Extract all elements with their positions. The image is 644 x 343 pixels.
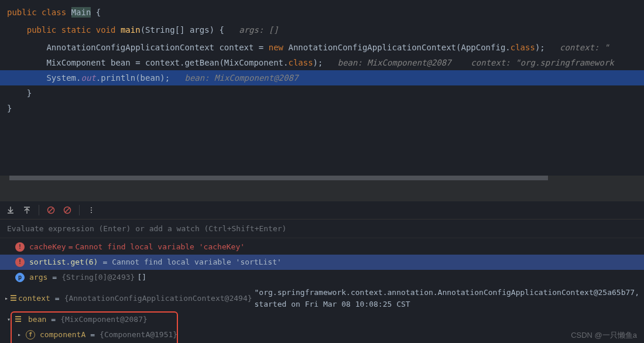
var-row-context[interactable]: ▸ context = {AnnotationConfigApplication… (0, 285, 644, 312)
horizontal-scrollbar[interactable] (0, 176, 644, 180)
mute-icon[interactable] (63, 205, 72, 215)
svg-line-1 (49, 208, 53, 212)
param-icon (15, 273, 25, 282)
code-line-1[interactable]: public class Main { (0, 5, 644, 20)
chevron-down-icon[interactable]: ▾ (5, 314, 13, 325)
code-line-9[interactable]: } (0, 101, 644, 116)
var-row-sortlist[interactable]: ! sortList.get(6) = Cannot find local va… (0, 255, 644, 270)
code-editor[interactable]: public class Main { public static void m… (0, 0, 644, 176)
var-row-args[interactable]: args = {String[0]@2493} [] (0, 270, 644, 285)
download-icon[interactable] (6, 205, 15, 215)
evaluate-expression-input[interactable]: Evaluate expression (Enter) or add a wat… (0, 219, 644, 238)
svg-line-3 (65, 208, 70, 212)
code-line-5[interactable]: AnnotationConfigApplicationContext conte… (0, 40, 644, 55)
watermark: CSDN @一只懒鱼a (571, 330, 637, 341)
code-line-3[interactable]: public static void main(String[] args) {… (0, 22, 644, 37)
chevron-right-icon[interactable]: ▸ (5, 293, 8, 304)
scrollbar-thumb[interactable] (9, 176, 548, 180)
code-line-8[interactable]: } (0, 85, 644, 101)
error-icon: ! (15, 258, 25, 267)
code-line-6[interactable]: MixComponent bean = context.getBean(MixC… (0, 55, 644, 70)
toolbar-separator (39, 205, 39, 215)
variables-panel: ! cacheKey = Cannot find local variable … (0, 238, 644, 343)
field-icon (26, 330, 35, 339)
more-icon[interactable] (87, 205, 96, 215)
svg-point-4 (91, 207, 92, 208)
code-line-7-current[interactable]: System.out.println(bean); bean: MixCompo… (0, 70, 644, 85)
svg-point-5 (91, 210, 92, 211)
stop-icon[interactable] (46, 205, 56, 215)
chevron-right-icon[interactable]: ▸ (15, 329, 23, 341)
debug-toolbar (0, 201, 644, 219)
object-icon (11, 295, 13, 302)
svg-point-6 (91, 212, 92, 213)
upload-icon[interactable] (22, 205, 32, 215)
object-icon (15, 316, 23, 323)
var-row-bean[interactable]: ▾ bean = {MixComponent@2087} (0, 312, 644, 327)
var-row-componenta[interactable]: ▸ componentA = {ComponentA@1951} (0, 327, 644, 342)
var-row-cachekey[interactable]: ! cacheKey = Cannot find local variable … (0, 239, 644, 255)
panel-divider[interactable] (0, 180, 644, 201)
error-icon: ! (15, 242, 25, 252)
toolbar-separator-2 (79, 205, 80, 215)
